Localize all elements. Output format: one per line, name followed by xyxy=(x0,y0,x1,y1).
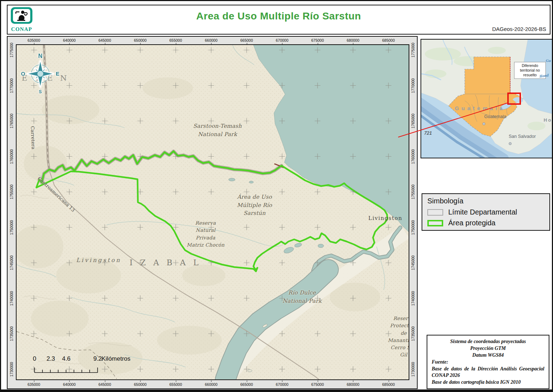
compass-o: O xyxy=(21,71,25,77)
x-label-top-3: 650000 xyxy=(134,38,147,42)
x-label-bottom-1: 640000 xyxy=(63,382,76,387)
inset-label-gulf-partial-1: Gu xyxy=(546,58,551,63)
conap-logo-text: CONAP xyxy=(11,26,32,32)
x-label-bottom-2: 645000 xyxy=(98,382,111,387)
inset-basemap xyxy=(421,40,552,158)
y-label-left-5: 1750000 xyxy=(9,220,14,235)
y-label-right-5: 1750000 xyxy=(411,220,415,235)
x-label-top-5: 660000 xyxy=(205,38,217,42)
legend-item-area-protegida: Área protegida xyxy=(427,219,544,227)
compass-n: N xyxy=(38,53,42,59)
y-label-right-3: 1760000 xyxy=(411,149,415,164)
y-label-left-4: 1755000 xyxy=(9,185,14,199)
label-livingston-municipality: Livingston xyxy=(76,257,121,263)
inset-label-guatemala-city: Guatemala xyxy=(484,114,506,119)
inset-label-honduras-partial: Ho xyxy=(544,117,552,123)
label-livingston-town: Livingston xyxy=(368,215,403,221)
y-label-right-1: 1770000 xyxy=(411,78,415,93)
label-reserva-matriz-chocon: Reserva Natural Privada Matriz Chocón xyxy=(187,219,225,248)
label-rio-dulce-park: Río Dulce National Park xyxy=(283,289,322,305)
legend-title: Simbología xyxy=(427,197,544,205)
y-label-right-8: 1735000 xyxy=(411,326,415,341)
map-frame: 6350006400006450006500006550006600006650… xyxy=(7,36,418,389)
y-label-right-9: 1730000 xyxy=(411,362,415,377)
grid-crosses xyxy=(17,45,409,379)
x-label-bottom-6: 665000 xyxy=(240,382,253,387)
x-label-top-4: 655000 xyxy=(169,38,182,42)
scale-unit: Kilómetros xyxy=(102,355,130,362)
y-label-left-0: 1775000 xyxy=(9,43,14,58)
inset-label-guatemala-country: Guatemala xyxy=(442,105,518,111)
inset-label-san-salvador: San Salvador xyxy=(509,134,536,139)
x-label-top-9: 680000 xyxy=(347,38,359,42)
inset-san-salvador-dot xyxy=(509,142,512,145)
y-label-left-9: 1730000 xyxy=(9,362,14,377)
x-label-top-8: 675000 xyxy=(311,38,324,42)
sheet-code: DAGeos-202-2026-BS xyxy=(492,26,546,32)
legend-item-limite-departamental: Límite Departamental xyxy=(427,208,544,216)
label-izabal: I Z A B A L xyxy=(130,258,201,267)
label-carretera-1: Carretera xyxy=(30,126,36,149)
compass-e: E xyxy=(56,71,59,77)
map-canvas: N E S O P E T É N Sarstoon-Temash Nation… xyxy=(16,44,409,380)
inset-road-number: 721 xyxy=(424,130,432,136)
x-label-top-1: 640000 xyxy=(63,38,76,42)
locator-inset-map: Diferendo territorial no resuelto Guatem… xyxy=(421,39,553,158)
x-label-bottom-4: 655000 xyxy=(169,382,182,387)
scale-9-2: 9.2 xyxy=(93,355,102,362)
scale-bar: 0 2.3 4.6 9.2 Kilómetros xyxy=(31,355,161,378)
x-label-bottom-0: 635000 xyxy=(27,382,40,387)
y-label-left-6: 1745000 xyxy=(9,256,14,270)
y-label-right-4: 1755000 xyxy=(411,185,415,199)
credits-projection: Proyección GTM xyxy=(432,345,544,352)
scale-2-3: 2.3 xyxy=(46,355,55,362)
y-label-right-6: 1745000 xyxy=(411,256,415,270)
x-label-top-0: 635000 xyxy=(27,38,40,42)
credits-box: Sistema de coordenadas proyectadas Proye… xyxy=(427,335,549,389)
x-label-top-7: 670000 xyxy=(276,38,288,42)
scale-bar-ticks xyxy=(31,364,161,375)
x-label-bottom-3: 650000 xyxy=(134,382,147,387)
map-sheet-page: CONAP Area de Uso Multiple Río Sarstun D… xyxy=(0,0,553,392)
basemap xyxy=(17,45,409,379)
x-label-bottom-7: 670000 xyxy=(276,382,288,387)
label-reserva-cerro-san-gil: Reserva Protectora de Manantiales Cerro … xyxy=(388,315,409,359)
credits-source-1: Base de datos de la Dirección Análisis G… xyxy=(432,366,544,379)
x-label-top-2: 645000 xyxy=(98,38,111,42)
y-label-left-3: 1760000 xyxy=(9,149,14,164)
x-label-bottom-10: 685000 xyxy=(382,382,395,387)
inset-guatemala-city-dot xyxy=(482,122,485,125)
x-label-top-10: 685000 xyxy=(382,38,395,42)
x-label-bottom-5: 660000 xyxy=(205,382,217,387)
departmental-limit-swatch xyxy=(427,209,443,216)
y-label-right-0: 1775000 xyxy=(411,43,415,58)
y-label-right-2: 1765000 xyxy=(411,114,415,129)
x-label-bottom-9: 680000 xyxy=(347,382,359,387)
credits-coordinate-system: Sistema de coordenadas proyectadas xyxy=(432,338,544,345)
protected-area-swatch xyxy=(427,220,443,226)
legend-box: Simbología Límite Departamental Área pro… xyxy=(422,193,550,231)
compass-s: S xyxy=(39,89,42,94)
legend-item-label: Área protegida xyxy=(448,219,495,227)
credits-datum: Datum WGS84 xyxy=(432,352,544,359)
compass-rose-icon: N E S O xyxy=(19,51,61,95)
y-label-left-1: 1770000 xyxy=(9,78,14,93)
y-label-left-8: 1735000 xyxy=(9,326,14,341)
credits-source-heading: Fuente: xyxy=(432,359,544,366)
scale-4-6: 4.6 xyxy=(62,355,71,362)
x-label-top-6: 665000 xyxy=(240,38,253,42)
y-label-left-7: 1740000 xyxy=(9,291,14,306)
page-title: Area de Uso Multiple Río Sarstun xyxy=(8,10,550,22)
y-label-left-2: 1765000 xyxy=(9,114,14,129)
x-label-bottom-8: 675000 xyxy=(311,382,324,387)
header-bar: CONAP Area de Uso Multiple Río Sarstun D… xyxy=(7,5,550,35)
legend-item-label: Límite Departamental xyxy=(448,208,517,216)
label-sarstoon-temash: Sarstoon-Temash National Park xyxy=(193,122,242,138)
scale-0: 0 xyxy=(33,355,36,362)
credits-source-2: Base de datos cartografía básica IGN 201… xyxy=(432,379,544,386)
y-label-right-7: 1740000 xyxy=(411,291,415,306)
label-area-uso-multiple: Área de Uso Múltiple Río Sarstún xyxy=(237,193,272,217)
